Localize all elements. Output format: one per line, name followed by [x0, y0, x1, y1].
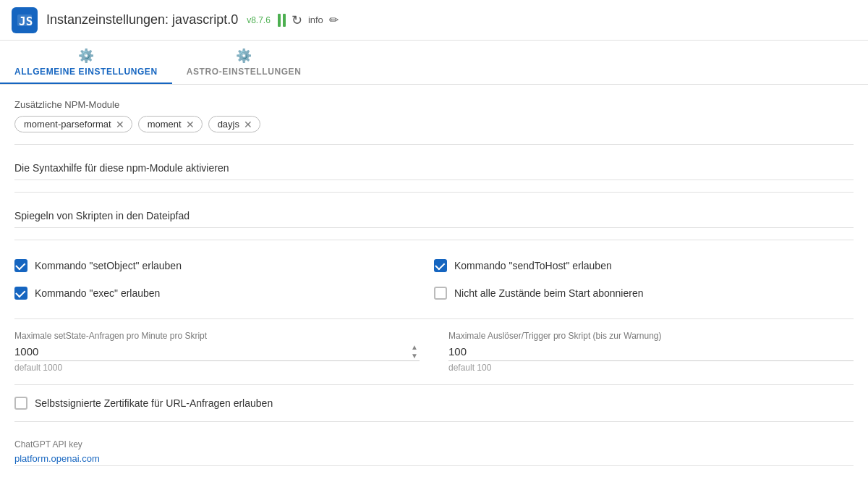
pause-icon[interactable]	[278, 14, 286, 27]
exec-row: Kommando "exec" erlauben	[14, 287, 434, 300]
setobject-row: Kommando "setObject" erlauben	[14, 259, 434, 272]
selfsigned-row: Selbstsignierte Zertifikate für URL-Anfr…	[14, 397, 854, 410]
header-actions: ↻ info ✏	[278, 13, 339, 27]
npm-tags-container: moment-parseformat ✕ moment ✕ dayjs ✕	[14, 116, 854, 132]
main-content: Zusätzliche NPM-Module moment-parseforma…	[0, 85, 868, 477]
trigger-input-row: 100	[448, 342, 854, 361]
tag-dayjs: dayjs ✕	[208, 116, 260, 132]
gear-icon-astro: ⚙️	[236, 48, 252, 64]
setstate-spinner[interactable]: ▲ ▼	[409, 343, 420, 360]
setobject-checkbox[interactable]	[14, 259, 27, 272]
notallstates-row: Nicht alle Zustände beim Start abonniere…	[434, 287, 854, 300]
trigger-input[interactable]: 100	[448, 342, 854, 360]
refresh-icon[interactable]: ↻	[292, 14, 302, 27]
setstate-default: default 1000	[14, 363, 420, 373]
chatgpt-link[interactable]: platform.openai.com	[14, 453, 100, 464]
setobject-label: Kommando "setObject" erlauben	[35, 260, 182, 271]
setstate-input-row: 1000 ▲ ▼	[14, 342, 420, 361]
gear-icon-general: ⚙️	[78, 48, 95, 64]
trigger-label: Maximale Auslöser/Trigger pro Skript (bi…	[448, 331, 854, 341]
remove-tag-moment[interactable]: ✕	[186, 119, 195, 130]
notallstates-label: Nicht alle Zustände beim Start abonniere…	[454, 287, 643, 299]
exec-checkbox[interactable]	[14, 287, 27, 300]
setstate-input[interactable]: 1000	[14, 342, 409, 360]
app-logo: JS	[12, 7, 38, 33]
tab-general[interactable]: ⚙️ ALLGEMEINE EINSTELLUNGEN	[0, 41, 172, 84]
selfsigned-checkbox[interactable]	[14, 397, 27, 410]
tag-label: moment	[148, 119, 182, 130]
tag-label: dayjs	[218, 119, 239, 130]
remove-tag-moment-parseformat[interactable]: ✕	[116, 119, 124, 130]
sendtohost-label: Kommando "sendToHost" erlauben	[454, 260, 612, 271]
tab-astro[interactable]: ⚙️ ASTRO-EINSTELLUNGEN	[172, 41, 316, 84]
setstate-field: Maximale setState-Anfragen pro Minute pr…	[14, 331, 420, 373]
syntax-label: Die Syntaxhilfe für diese npm-Module akt…	[14, 162, 229, 174]
npm-modules-label: Zusätzliche NPM-Module	[14, 99, 854, 110]
page-title: Instanzeinstellungen: javascript.0	[46, 12, 238, 28]
tag-moment-parseformat: moment-parseformat ✕	[14, 116, 132, 132]
svg-text:JS: JS	[19, 14, 33, 28]
mirror-row: Spiegeln von Skripten in den Dateipfad	[14, 204, 854, 228]
mirror-label: Spiegeln von Skripten in den Dateipfad	[14, 210, 190, 221]
sendtohost-row: Kommando "sendToHost" erlauben	[434, 259, 854, 272]
syntax-row: Die Syntaxhilfe für diese npm-Module akt…	[14, 156, 854, 180]
trigger-default: default 100	[448, 363, 854, 373]
header: JS Instanzeinstellungen: javascript.0 v8…	[0, 0, 868, 41]
chatgpt-section: ChatGPT API key platform.openai.com	[14, 434, 854, 466]
tag-label: moment-parseformat	[24, 119, 111, 130]
sendtohost-checkbox[interactable]	[434, 259, 447, 272]
tag-moment: moment ✕	[138, 116, 203, 132]
version-badge: v8.7.6	[247, 15, 271, 25]
checkboxes-grid: Kommando "setObject" erlauben Kommando "…	[14, 252, 854, 307]
info-button[interactable]: info	[308, 14, 323, 25]
chatgpt-label: ChatGPT API key	[14, 439, 854, 449]
setstate-label: Maximale setState-Anfragen pro Minute pr…	[14, 331, 420, 341]
remove-tag-dayjs[interactable]: ✕	[244, 119, 252, 130]
trigger-field: Maximale Auslöser/Trigger pro Skript (bi…	[448, 331, 854, 373]
edit-icon[interactable]: ✏	[329, 13, 339, 27]
selfsigned-label: Selbstsignierte Zertifikate für URL-Anfr…	[35, 397, 273, 409]
notallstates-checkbox[interactable]	[434, 287, 447, 300]
tabs-bar: ⚙️ ALLGEMEINE EINSTELLUNGEN ⚙️ ASTRO-EIN…	[0, 41, 868, 85]
number-fields-grid: Maximale setState-Anfragen pro Minute pr…	[14, 331, 854, 373]
exec-label: Kommando "exec" erlauben	[35, 287, 160, 299]
